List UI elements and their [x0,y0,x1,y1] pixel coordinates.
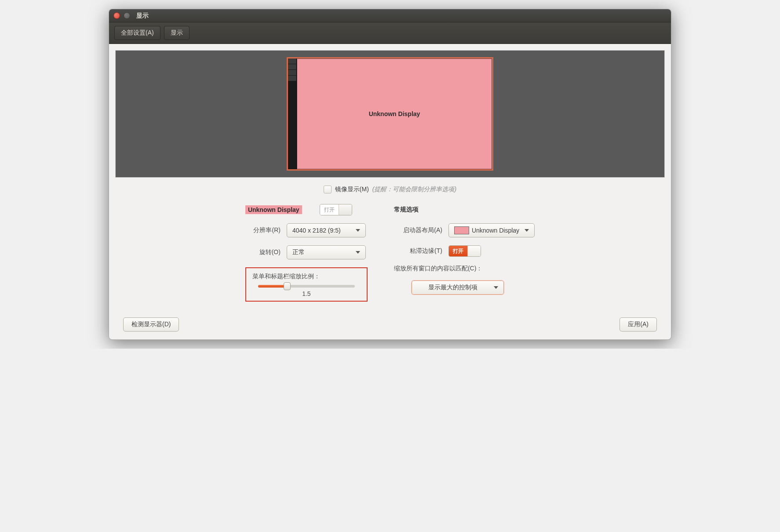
launcher-placement-value: Unknown Display [472,227,519,234]
display-power-switch[interactable]: 打开 [320,204,352,215]
scale-value: 1.5 [302,290,310,297]
slider-thumb[interactable] [284,282,291,290]
mirror-displays-label: 镜像显示(M) [335,186,369,193]
launcher-placement-row: 启动器布局(A) Unknown Display [394,223,535,237]
launcher-placement-dropdown[interactable]: Unknown Display [448,223,535,237]
display-preview-area[interactable]: Unknown Display [115,50,665,178]
detect-displays-button[interactable]: 检测显示器(D) [123,317,179,332]
scale-highlight-box: 菜单和标题栏缩放比例： 1.5 [245,267,368,302]
display-name-label: Unknown Display [297,58,492,169]
all-settings-button[interactable]: 全部设置(A) [114,26,160,40]
resolution-label: 分辨率(R) [245,226,281,234]
rotation-dropdown[interactable]: 正常 [287,245,366,259]
titlebar[interactable]: 显示 [109,9,671,22]
toolbar: 全部设置(A) 显示 [109,22,671,44]
apply-button[interactable]: 应用(A) [620,317,657,332]
close-icon[interactable] [113,12,120,19]
scale-label: 菜单和标题栏缩放比例： [252,273,361,281]
window-title: 显示 [136,12,149,20]
content-area: Unknown Display 镜像显示(M) (提醒：可能会限制分辨率选项) … [109,44,671,339]
mirror-displays-checkbox[interactable] [324,186,332,193]
switch-off-label: 打开 [320,204,339,215]
scale-all-label: 缩放所有窗口的内容以匹配(C)： [394,265,535,273]
sticky-edges-row: 粘滞边缘(T) 打开 [394,245,535,257]
resolution-row: 分辨率(R) 4040 x 2182 (9:5) [245,223,368,237]
action-row: 检测显示器(D) 应用(A) [115,313,665,332]
scale-slider-wrap: 1.5 [252,285,361,297]
resolution-dropdown[interactable]: 4040 x 2182 (9:5) [287,223,366,237]
launcher-placement-label: 启动器布局(A) [394,226,442,234]
rotation-value: 正常 [292,248,305,256]
slider-fill-icon [258,285,287,288]
switch-thumb-icon [339,204,352,215]
scale-all-value: 显示最大的控制项 [428,284,477,292]
switch-thumb-icon [467,246,481,256]
sticky-edges-switch[interactable]: 打开 [448,245,481,257]
rotation-row: 旋转(O) 正常 [245,245,368,259]
display-thumbnail[interactable]: Unknown Display [287,57,493,171]
switch-on-label: 打开 [449,246,467,256]
selected-display-badge: Unknown Display [245,205,302,214]
rotation-label: 旋转(O) [245,248,281,256]
scale-slider[interactable] [258,285,355,288]
resolution-value: 4040 x 2182 (9:5) [292,227,341,234]
mirror-displays-hint: (提醒：可能会限制分辨率选项) [372,186,456,193]
left-column: Unknown Display 打开 分辨率(R) 4040 x 2182 (9… [245,204,368,302]
minimize-icon[interactable] [124,12,130,19]
launcher-strip-icon [288,58,297,169]
sticky-edges-label: 粘滞边缘(T) [394,247,442,255]
options-panel: 镜像显示(M) (提醒：可能会限制分辨率选项) Unknown Display … [115,178,665,332]
display-color-swatch-icon [454,226,469,234]
settings-window: 显示 全部设置(A) 显示 Unknown Display 镜像显示(M) (提… [109,9,671,340]
display-title-row: Unknown Display 打开 [245,204,368,215]
settings-columns: Unknown Display 打开 分辨率(R) 4040 x 2182 (9… [245,204,535,302]
general-options-heading: 常规选项 [394,204,535,215]
right-column: 常规选项 启动器布局(A) Unknown Display 粘滞边缘(T) 打开 [394,204,535,295]
scale-all-dropdown[interactable]: 显示最大的控制项 [412,281,504,295]
mirror-displays-row: 镜像显示(M) (提醒：可能会限制分辨率选项) [324,186,456,193]
display-button[interactable]: 显示 [164,26,190,40]
